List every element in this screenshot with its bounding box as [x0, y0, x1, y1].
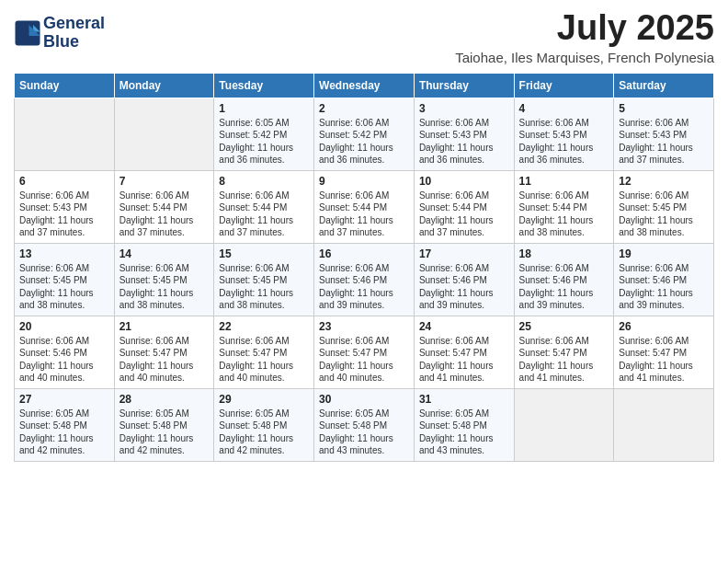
day-info: Sunrise: 6:06 AMSunset: 5:46 PMDaylight:…: [619, 262, 709, 312]
day-number: 6: [19, 175, 109, 188]
day-number: 4: [519, 102, 609, 115]
day-number: 30: [319, 393, 409, 406]
calendar-cell: 21Sunrise: 6:06 AMSunset: 5:47 PMDayligh…: [114, 316, 214, 388]
col-saturday: Saturday: [614, 73, 714, 98]
day-info: Sunrise: 6:06 AMSunset: 5:45 PMDaylight:…: [19, 262, 109, 312]
calendar-week-1: 1Sunrise: 6:05 AMSunset: 5:42 PMDaylight…: [15, 98, 714, 170]
day-number: 31: [419, 393, 509, 406]
day-info: Sunrise: 6:06 AMSunset: 5:46 PMDaylight:…: [519, 262, 609, 312]
calendar-cell: 2Sunrise: 6:06 AMSunset: 5:42 PMDaylight…: [314, 98, 415, 170]
day-number: 13: [19, 247, 109, 260]
calendar-cell: 31Sunrise: 6:05 AMSunset: 5:48 PMDayligh…: [414, 388, 514, 461]
calendar-header: Sunday Monday Tuesday Wednesday Thursday…: [15, 73, 714, 98]
day-info: Sunrise: 6:06 AMSunset: 5:43 PMDaylight:…: [19, 190, 109, 239]
col-tuesday: Tuesday: [214, 73, 314, 98]
calendar-cell: [114, 98, 214, 170]
calendar-table: Sunday Monday Tuesday Wednesday Thursday…: [14, 73, 714, 462]
calendar-cell: 17Sunrise: 6:06 AMSunset: 5:46 PMDayligh…: [414, 243, 514, 316]
col-wednesday: Wednesday: [314, 73, 415, 98]
calendar-cell: 14Sunrise: 6:06 AMSunset: 5:45 PMDayligh…: [114, 243, 214, 316]
day-number: 9: [319, 175, 409, 188]
day-number: 1: [219, 102, 309, 115]
day-info: Sunrise: 6:06 AMSunset: 5:47 PMDaylight:…: [619, 335, 709, 385]
calendar-cell: 23Sunrise: 6:06 AMSunset: 5:47 PMDayligh…: [314, 316, 415, 388]
day-info: Sunrise: 6:06 AMSunset: 5:47 PMDaylight:…: [519, 335, 609, 385]
day-info: Sunrise: 6:05 AMSunset: 5:42 PMDaylight:…: [219, 117, 309, 167]
logo-icon: [14, 19, 41, 47]
day-info: Sunrise: 6:05 AMSunset: 5:48 PMDaylight:…: [419, 408, 509, 457]
day-number: 16: [319, 247, 409, 260]
day-info: Sunrise: 6:05 AMSunset: 5:48 PMDaylight:…: [19, 408, 109, 457]
day-info: Sunrise: 6:06 AMSunset: 5:47 PMDaylight:…: [119, 335, 210, 385]
day-info: Sunrise: 6:06 AMSunset: 5:43 PMDaylight:…: [619, 117, 709, 167]
month-title: July 2025: [455, 9, 714, 48]
calendar-cell: 4Sunrise: 6:06 AMSunset: 5:43 PMDaylight…: [514, 98, 614, 170]
calendar-cell: 29Sunrise: 6:05 AMSunset: 5:48 PMDayligh…: [214, 388, 314, 461]
day-info: Sunrise: 6:06 AMSunset: 5:46 PMDaylight:…: [419, 262, 509, 312]
calendar-cell: 15Sunrise: 6:06 AMSunset: 5:45 PMDayligh…: [214, 243, 314, 316]
day-number: 8: [219, 175, 309, 188]
days-row: Sunday Monday Tuesday Wednesday Thursday…: [15, 73, 714, 98]
day-info: Sunrise: 6:06 AMSunset: 5:44 PMDaylight:…: [419, 190, 509, 239]
calendar-cell: 16Sunrise: 6:06 AMSunset: 5:46 PMDayligh…: [314, 243, 415, 316]
day-number: 12: [619, 175, 709, 188]
col-monday: Monday: [114, 73, 214, 98]
calendar-cell: 28Sunrise: 6:05 AMSunset: 5:48 PMDayligh…: [114, 388, 214, 461]
calendar-cell: 30Sunrise: 6:05 AMSunset: 5:48 PMDayligh…: [314, 388, 415, 461]
col-sunday: Sunday: [15, 73, 115, 98]
calendar-cell: 26Sunrise: 6:06 AMSunset: 5:47 PMDayligh…: [614, 316, 714, 388]
calendar-cell: 19Sunrise: 6:06 AMSunset: 5:46 PMDayligh…: [614, 243, 714, 316]
day-number: 18: [519, 247, 609, 260]
day-info: Sunrise: 6:06 AMSunset: 5:45 PMDaylight:…: [619, 190, 709, 239]
day-info: Sunrise: 6:05 AMSunset: 5:48 PMDaylight:…: [219, 408, 309, 457]
day-number: 22: [219, 320, 309, 333]
day-number: 25: [519, 320, 609, 333]
calendar-cell: [514, 388, 614, 461]
calendar-cell: 13Sunrise: 6:06 AMSunset: 5:45 PMDayligh…: [15, 243, 115, 316]
calendar-body: 1Sunrise: 6:05 AMSunset: 5:42 PMDaylight…: [15, 98, 714, 461]
day-number: 19: [619, 247, 709, 260]
calendar-cell: 5Sunrise: 6:06 AMSunset: 5:43 PMDaylight…: [614, 98, 714, 170]
calendar-cell: 20Sunrise: 6:06 AMSunset: 5:46 PMDayligh…: [15, 316, 115, 388]
day-number: 29: [219, 393, 309, 406]
day-number: 23: [319, 320, 409, 333]
logo-text: General Blue: [43, 15, 105, 52]
calendar-cell: 18Sunrise: 6:06 AMSunset: 5:46 PMDayligh…: [514, 243, 614, 316]
col-thursday: Thursday: [414, 73, 514, 98]
day-number: 2: [319, 102, 409, 115]
logo-line2: Blue: [43, 33, 105, 52]
calendar-cell: 24Sunrise: 6:06 AMSunset: 5:47 PMDayligh…: [414, 316, 514, 388]
logo-line1: General: [43, 15, 105, 33]
day-info: Sunrise: 6:05 AMSunset: 5:48 PMDaylight:…: [319, 408, 409, 457]
calendar-cell: 1Sunrise: 6:05 AMSunset: 5:42 PMDaylight…: [214, 98, 314, 170]
day-number: 20: [19, 320, 109, 333]
day-info: Sunrise: 6:05 AMSunset: 5:48 PMDaylight:…: [119, 408, 210, 457]
day-number: 17: [419, 247, 509, 260]
calendar-week-5: 27Sunrise: 6:05 AMSunset: 5:48 PMDayligh…: [15, 388, 714, 461]
title-block: July 2025 Taiohae, Iles Marquises, Frenc…: [455, 9, 714, 65]
day-number: 5: [619, 102, 709, 115]
day-number: 11: [519, 175, 609, 188]
calendar-cell: 11Sunrise: 6:06 AMSunset: 5:44 PMDayligh…: [514, 170, 614, 243]
calendar-cell: 12Sunrise: 6:06 AMSunset: 5:45 PMDayligh…: [614, 170, 714, 243]
calendar-cell: 25Sunrise: 6:06 AMSunset: 5:47 PMDayligh…: [514, 316, 614, 388]
day-number: 21: [119, 320, 210, 333]
logo: General Blue: [14, 15, 105, 52]
calendar-cell: 3Sunrise: 6:06 AMSunset: 5:43 PMDaylight…: [414, 98, 514, 170]
day-number: 15: [219, 247, 309, 260]
day-number: 27: [19, 393, 109, 406]
day-info: Sunrise: 6:06 AMSunset: 5:45 PMDaylight:…: [119, 262, 210, 312]
col-friday: Friday: [514, 73, 614, 98]
calendar-cell: 9Sunrise: 6:06 AMSunset: 5:44 PMDaylight…: [314, 170, 415, 243]
day-info: Sunrise: 6:06 AMSunset: 5:42 PMDaylight:…: [319, 117, 409, 167]
page-header: General Blue July 2025 Taiohae, Iles Mar…: [14, 9, 714, 65]
day-info: Sunrise: 6:06 AMSunset: 5:47 PMDaylight:…: [319, 335, 409, 385]
day-info: Sunrise: 6:06 AMSunset: 5:43 PMDaylight:…: [419, 117, 509, 167]
day-number: 3: [419, 102, 509, 115]
calendar-cell: 27Sunrise: 6:05 AMSunset: 5:48 PMDayligh…: [15, 388, 115, 461]
calendar-cell: [15, 98, 115, 170]
calendar-cell: 7Sunrise: 6:06 AMSunset: 5:44 PMDaylight…: [114, 170, 214, 243]
calendar-cell: 6Sunrise: 6:06 AMSunset: 5:43 PMDaylight…: [15, 170, 115, 243]
calendar-cell: [614, 388, 714, 461]
day-info: Sunrise: 6:06 AMSunset: 5:44 PMDaylight:…: [119, 190, 210, 239]
